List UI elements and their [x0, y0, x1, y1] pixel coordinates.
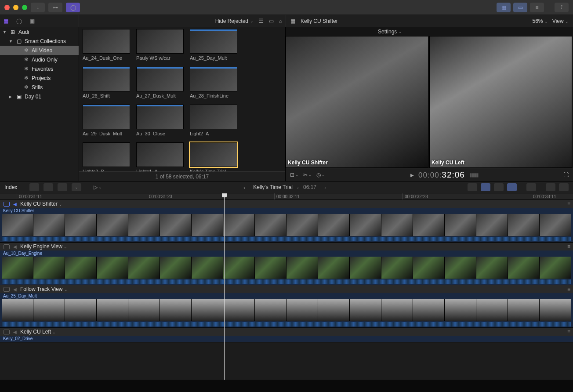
titles-generators-icon[interactable]: ▣ — [30, 18, 35, 24]
video-monitor-icon[interactable] — [4, 202, 10, 207]
audio-monitor-icon[interactable]: ◀ — [13, 202, 17, 207]
filter-popup[interactable]: Hide Rejected⌄ — [215, 18, 254, 24]
sidebar-item-favorites[interactable]: Favorites — [0, 64, 79, 73]
import-button[interactable]: ↓ — [31, 3, 45, 12]
video-monitor-icon[interactable] — [4, 287, 10, 292]
audio-skim-toggle-icon[interactable] — [481, 183, 490, 191]
angle-row: ◀Kelly CU Shifter ⌄≡Kelly CU Shifter — [0, 200, 573, 243]
inspector-toggle-button[interactable]: ≡ — [530, 3, 544, 12]
transitions-browser-icon[interactable] — [559, 183, 569, 191]
clip-appearance-timeline-icon[interactable] — [526, 183, 536, 191]
video-monitor-icon[interactable] — [4, 330, 10, 334]
share-button[interactable]: ⤴ — [555, 3, 569, 12]
background-tasks-button[interactable]: ◯ — [66, 3, 80, 12]
snapping-toggle-icon[interactable] — [507, 183, 517, 191]
ruler-tick: 00:00:32:23 — [403, 193, 428, 200]
minimize-window-button[interactable] — [13, 5, 18, 10]
browser-status: 1 of 58 selected, 06:17 — [79, 171, 285, 181]
angle-menu-icon[interactable]: ≡ — [567, 201, 570, 207]
solo-toggle-icon[interactable] — [494, 183, 504, 191]
angle-name-label[interactable]: Kelly CU Left ⌄ — [20, 329, 56, 335]
clip-thumbnail[interactable]: Au_27_Dusk_Mult — [136, 67, 184, 98]
angle-name-label[interactable]: Kelly Engine View ⌄ — [20, 243, 67, 250]
list-view-icon[interactable]: ▭ — [269, 18, 274, 24]
clip-thumbnail[interactable]: Light2_A — [190, 105, 237, 136]
clip-thumbnail[interactable]: Au_30_Close — [136, 105, 184, 136]
libraries-icon[interactable]: ▦ — [4, 18, 8, 24]
timeline-toggle-button[interactable]: ▭ — [513, 3, 527, 12]
clip-thumbnail[interactable]: Pauly WS w/car — [136, 29, 184, 61]
angle-menu-icon[interactable]: ≡ — [567, 286, 570, 292]
clip-label: Au_30_Close — [136, 131, 184, 136]
clip-thumbnail[interactable]: Au_24_Dusk_One — [83, 29, 130, 61]
view-popup[interactable]: View ⌄ — [552, 18, 569, 24]
fullscreen-icon[interactable]: ⛶ — [563, 172, 569, 178]
timeline-forward-button[interactable]: › — [324, 184, 326, 191]
angle-editor-timeline[interactable]: 00:00:31:1100:00:31:2300:00:32:1100:00:3… — [0, 193, 573, 380]
viewer-timecode[interactable]: 00:00:32:06 — [418, 170, 465, 180]
insert-tool-icon[interactable] — [44, 183, 53, 191]
zoom-popup[interactable]: 56% ⌄ — [532, 18, 548, 24]
angle-header: ◀Kelly Engine View ⌄≡ — [0, 243, 573, 250]
viewer-angle[interactable]: Kelly CU Shifter — [286, 36, 428, 168]
sidebar-item-all-video[interactable]: All Video — [0, 46, 79, 55]
sidebar-item-stills[interactable]: Stills — [0, 83, 79, 92]
video-monitor-icon[interactable] — [4, 244, 10, 249]
window-titlebar: ↓ ⊶ ◯ ▦ ▭ ≡ ⤴ — [0, 0, 573, 15]
project-name[interactable]: Kelly's Time Trial — [253, 184, 293, 190]
clip-label: Au_29_Dusk_Mult — [83, 131, 130, 136]
connect-tool-icon[interactable] — [29, 183, 39, 191]
keyword-button[interactable]: ⊶ — [48, 3, 62, 12]
photos-audio-icon[interactable]: ◯ — [16, 18, 22, 24]
audio-monitor-icon[interactable]: ◀ — [13, 330, 17, 334]
timeline-back-button[interactable]: ‹ — [243, 184, 245, 191]
overwrite-tool-icon[interactable]: ⌄ — [72, 183, 81, 191]
sidebar-item-label: Audi — [18, 29, 29, 35]
clip-thumbnail[interactable]: Kelly's Time Trial — [190, 142, 237, 174]
clip-thumbnail[interactable]: Lights1_A — [136, 142, 184, 174]
viewer-settings-popup[interactable]: Settings⌄ — [378, 29, 402, 35]
tool-select-popup[interactable]: ▷⌄ — [94, 184, 102, 190]
clip-appearance-icon[interactable]: ☰ — [259, 18, 264, 24]
append-tool-icon[interactable] — [58, 183, 67, 191]
timeline-index-button[interactable]: Index — [4, 184, 17, 190]
clip-thumbnail[interactable]: Au_28_FinishLine — [190, 67, 237, 98]
clip-thumbnail[interactable]: Lights2_B — [83, 142, 130, 174]
skimming-options-icon[interactable]: ⊡⌄ — [290, 172, 299, 178]
gear-icon — [23, 47, 29, 54]
retime-options-icon[interactable]: ◷⌄ — [316, 172, 325, 178]
transform-options-icon[interactable]: ✂⌄ — [303, 172, 312, 178]
angle-clip[interactable]: Kelly_02_Drive — [0, 336, 573, 342]
angle-clip[interactable]: Au_18_Day_Engine — [0, 250, 573, 285]
sidebar-item-projects[interactable]: Projects — [0, 73, 79, 83]
skimming-toggle-icon[interactable] — [468, 183, 477, 191]
viewer-layout-icon[interactable]: ▦ — [290, 18, 295, 24]
angle-menu-icon[interactable]: ≡ — [567, 329, 570, 335]
timeline-header: Index ⌄ ▷⌄ ‹ Kelly's Time Trial ⌄ 06:17 … — [0, 181, 573, 193]
ruler-tick: 00:00:33:11 — [531, 193, 556, 200]
sidebar-item-day-01[interactable]: ▶▣Day 01 — [0, 92, 79, 101]
effects-browser-icon[interactable] — [546, 183, 555, 191]
angle-menu-icon[interactable]: ≡ — [567, 243, 570, 250]
angle-name-label[interactable]: Kelly CU Shifter ⌄ — [20, 201, 62, 207]
angle-clip[interactable]: Au_25_Day_Mult — [0, 293, 573, 327]
play-button[interactable] — [410, 172, 414, 178]
close-window-button[interactable] — [4, 5, 10, 10]
event-icon: ▣ — [16, 94, 22, 100]
angle-clip[interactable]: Kelly CU Shifter — [0, 208, 573, 242]
sidebar-item-audi[interactable]: ▼⊞Audi — [0, 27, 79, 36]
sidebar-item-audio-only[interactable]: Audio Only — [0, 55, 79, 64]
browser-toggle-button[interactable]: ▦ — [497, 3, 511, 12]
audio-monitor-icon[interactable]: ◀ — [13, 287, 17, 292]
search-icon[interactable]: ⌕ — [279, 18, 282, 24]
audio-monitor-icon[interactable]: ◀ — [13, 244, 17, 249]
viewer-angle[interactable]: Kelly CU Left — [429, 36, 572, 168]
zoom-window-button[interactable] — [22, 5, 27, 10]
timeline-ruler[interactable]: 00:00:31:1100:00:31:2300:00:32:1100:00:3… — [0, 193, 573, 200]
clip-thumbnail[interactable]: AU_26_Shift — [83, 67, 130, 98]
clip-thumbnail[interactable]: Au_29_Dusk_Mult — [83, 105, 130, 136]
angle-name-label[interactable]: Follow Track View ⌄ — [20, 286, 68, 292]
playhead[interactable] — [224, 193, 225, 380]
sidebar-item-smart-collections[interactable]: ▼▢Smart Collections — [0, 36, 79, 46]
clip-thumbnail[interactable]: Au_25_Day_Mult — [190, 29, 237, 61]
